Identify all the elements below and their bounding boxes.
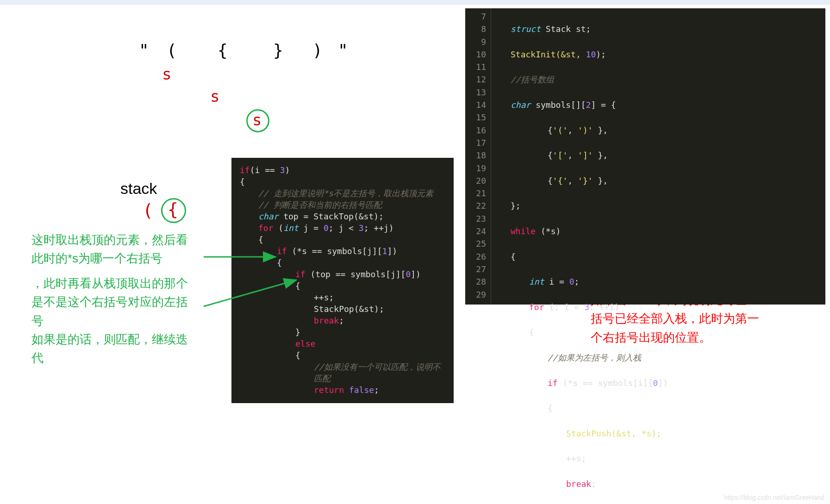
code-block-right: 78910 11121314 15161718 19202122 2324252… <box>465 8 825 305</box>
stack-label: stack <box>120 180 157 198</box>
s-marker-2: s <box>210 87 219 106</box>
stack-paren: ( <box>143 200 153 220</box>
sym-brace-open: { <box>218 41 228 60</box>
sym-quote-close: " <box>338 41 348 60</box>
sym-quote-open: " <box>139 41 149 60</box>
code-body-right: struct Stack st; StackInit(&st, 10); //括… <box>491 8 825 305</box>
watermark: https://blog.csdn.net/IamGreeHand <box>724 494 824 501</box>
code-block-left: if(i == 3) { // 走到这里说明*s不是左括号，取出栈顶元素 // … <box>231 158 454 403</box>
s-marker-3: s <box>252 111 262 129</box>
top-bar <box>0 0 830 5</box>
green-note-2: ，此时再看从栈顶取出的那个 是不是这个右括号对应的左括 号 如果是的话，则匹配，… <box>31 274 217 367</box>
sym-brace-close: } <box>273 41 283 60</box>
green-note-1: 这时取出栈顶的元素，然后看 此时的*s为哪一个右括号 <box>31 230 217 268</box>
sym-paren-close: ) <box>312 41 323 60</box>
sym-paren-open: ( <box>167 41 177 60</box>
stack-brace-wrap: { <box>161 198 183 220</box>
s-marker-1: s <box>162 65 171 83</box>
gutter: 78910 11121314 15161718 19202122 2324252… <box>465 8 491 305</box>
stack-brace: { <box>168 199 178 219</box>
s-marker-3-wrap: s <box>246 109 267 130</box>
